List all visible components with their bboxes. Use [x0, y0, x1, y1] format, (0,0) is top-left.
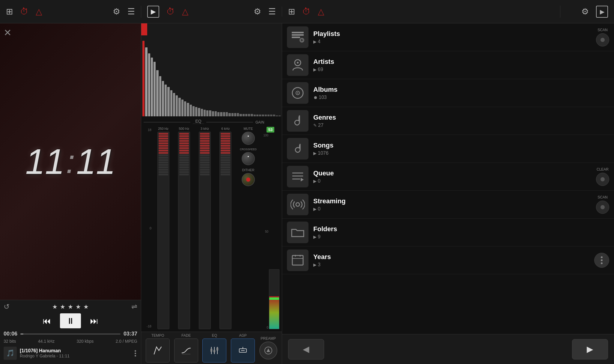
- eq-bands: 250 Hz 500 Hz 3 kHz: [154, 127, 235, 329]
- svg-point-25: [296, 203, 300, 206]
- eq-slider-3khz[interactable]: [199, 132, 211, 329]
- eq-controls: 18 0 -18 250 Hz 500 Hz: [144, 127, 279, 329]
- nav-back-button[interactable]: ◀: [288, 339, 324, 360]
- menu-icon-mid[interactable]: ☰: [268, 7, 276, 16]
- tempo-icon-box: [146, 339, 170, 363]
- preamp-icon[interactable]: [259, 342, 277, 360]
- eq-slider-250hz[interactable]: [157, 132, 169, 329]
- gear-icon-mid[interactable]: ⚙: [254, 7, 261, 16]
- eq-seg-band1-9: [179, 152, 189, 154]
- eq-seg-band0-9: [159, 152, 168, 154]
- eq-toolbar-icon-box: [202, 339, 226, 363]
- library-item-folders[interactable]: Folders ▶ 9: [282, 219, 614, 246]
- library-item-queue[interactable]: Queue ▶ 0 CLEAR: [282, 163, 614, 191]
- equalizer-icon[interactable]: ⊞: [6, 7, 13, 16]
- library-item-albums[interactable]: Albums ⏺ 103: [282, 79, 614, 107]
- star-1[interactable]: ★: [52, 303, 58, 310]
- shuffle-button[interactable]: ⇌: [131, 303, 137, 311]
- spectrum-bar-32: [231, 113, 234, 116]
- spectrum-bar-0: [142, 41, 145, 116]
- library-item-streaming[interactable]: Streaming ▶ 0 SCAN: [282, 191, 614, 219]
- bell-icon-left[interactable]: △: [36, 7, 42, 16]
- close-button[interactable]: ✕: [4, 27, 12, 38]
- eq-seg-band1-0: [179, 174, 189, 175]
- eq-seg-band3-16: [221, 135, 230, 137]
- eq-seg-band0-16: [159, 135, 168, 137]
- eq-seg-band0-11: [159, 147, 168, 149]
- sample-rate: 44.1 kHz: [38, 339, 55, 344]
- star-rating: ★ ★ ★ ★ ★: [52, 303, 89, 310]
- eq-seg-band1-17: [179, 133, 189, 135]
- queue-count-icon: ▶: [313, 179, 317, 183]
- crossfeed-knob[interactable]: [242, 152, 255, 165]
- clock-icon-mid[interactable]: ⏱: [166, 7, 175, 16]
- top-bar-mid2: ⊞ ⏱ △: [282, 7, 560, 16]
- clock-icon-mid2[interactable]: ⏱: [302, 7, 311, 16]
- library-item-artists[interactable]: Artists ▶ 69: [282, 51, 614, 79]
- track-more-button[interactable]: [133, 349, 137, 358]
- prev-button[interactable]: ⏮: [43, 316, 51, 326]
- queue-clear-label: CLEAR: [597, 167, 609, 172]
- gear-icon-left[interactable]: ⚙: [113, 7, 120, 16]
- eq-seg-band2-8: [200, 154, 210, 156]
- bottom-toolbar: TEMPO FADE EQ: [141, 332, 282, 364]
- next-button[interactable]: ⏭: [90, 316, 98, 326]
- play-icon-mid[interactable]: ▶: [147, 6, 159, 18]
- clock-minute: 11: [76, 144, 115, 179]
- spectrum-bar-23: [206, 110, 208, 116]
- nav-forward-button[interactable]: ▶: [572, 339, 608, 360]
- gain-scale-50: 50: [265, 230, 268, 233]
- library-item-playlists[interactable]: Playlists ▶ 4 SCAN: [282, 23, 614, 51]
- years-text: Years ▶ 3: [313, 253, 594, 267]
- eq-slider-500hz[interactable]: [178, 132, 190, 329]
- star-2[interactable]: ★: [60, 303, 65, 310]
- star-5[interactable]: ★: [83, 303, 89, 310]
- spectrum-bar-3: [151, 58, 153, 116]
- library-item-genres[interactable]: Genres ✎ 27: [282, 107, 614, 135]
- streaming-scan-button[interactable]: [596, 201, 609, 214]
- playlists-scan-button[interactable]: [596, 33, 609, 46]
- eq-seg-band2-11: [200, 147, 210, 149]
- playlists-count-icon: ▶: [313, 39, 317, 44]
- eq-seg-band1-2: [179, 169, 189, 171]
- equalizer-icon-mid2[interactable]: ⊞: [288, 7, 295, 16]
- eq-seg-band1-15: [179, 138, 189, 139]
- tempo-button[interactable]: TEMPO: [146, 333, 170, 363]
- albums-count-value: 103: [319, 95, 327, 100]
- gear-icon-right[interactable]: ⚙: [581, 7, 589, 16]
- mute-knob[interactable]: [242, 132, 255, 145]
- play-icon-right[interactable]: ▶: [596, 6, 608, 18]
- svg-rect-13: [292, 37, 300, 38]
- bell-icon-mid2[interactable]: △: [318, 7, 324, 16]
- spectrum-bar-42: [259, 115, 261, 116]
- eq-seg-band1-8: [179, 154, 189, 156]
- progress-track[interactable]: [20, 333, 121, 335]
- clock-icon-left[interactable]: ⏱: [20, 7, 28, 16]
- eq-slider-6khz[interactable]: [219, 132, 231, 329]
- pause-button[interactable]: ⏸: [60, 313, 81, 328]
- library-item-years[interactable]: Years ▶ 3: [282, 246, 614, 274]
- menu-icon-left[interactable]: ☰: [127, 7, 135, 16]
- star-4[interactable]: ★: [76, 303, 81, 310]
- dither-knob[interactable]: [242, 173, 255, 186]
- artists-count-icon: ▶: [313, 67, 317, 72]
- agp-button[interactable]: AGP: [231, 333, 255, 363]
- songs-text: Songs ▶ 1076: [313, 142, 609, 156]
- star-3[interactable]: ★: [68, 303, 73, 310]
- eq-seg-band2-5: [200, 162, 210, 163]
- bell-icon-mid[interactable]: △: [182, 7, 189, 16]
- gain-peak-indicator: [269, 297, 279, 300]
- years-more-button[interactable]: [594, 253, 609, 268]
- queue-clear-button[interactable]: [596, 173, 609, 186]
- repeat-button[interactable]: ↺: [4, 303, 10, 311]
- fade-button[interactable]: FADE: [174, 333, 198, 363]
- eq-toolbar-button[interactable]: EQ: [202, 333, 226, 363]
- agp-label: AGP: [239, 333, 246, 338]
- svg-rect-11: [292, 32, 304, 33]
- preamp-button[interactable]: PREAMP: [259, 336, 277, 360]
- dither-knob-group: DITHER: [242, 168, 255, 186]
- eq-seg-band0-12: [159, 145, 168, 147]
- clock-display: 11 : 11: [25, 144, 115, 179]
- library-item-songs[interactable]: Songs ▶ 1076: [282, 135, 614, 163]
- playlists-count-value: 4: [318, 39, 320, 44]
